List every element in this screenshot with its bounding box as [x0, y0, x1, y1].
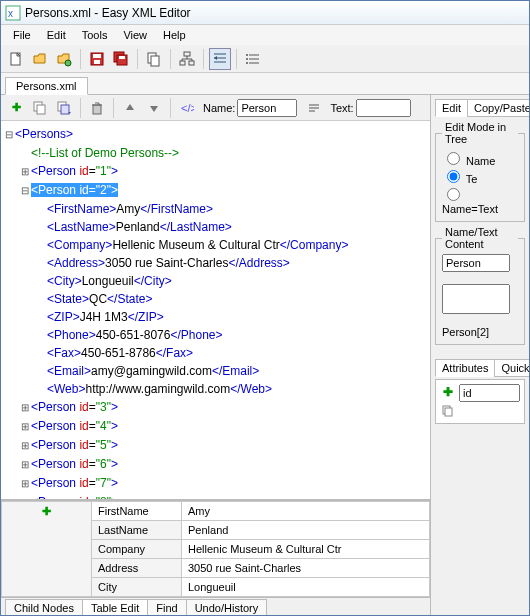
svg-rect-5	[93, 54, 101, 58]
list-button[interactable]	[242, 48, 264, 70]
wrap-node-button[interactable]	[53, 97, 75, 119]
tree-child-node[interactable]: <Company>Hellenic Museum & Cultural Ctr<…	[3, 236, 428, 254]
tree-child-node[interactable]: <Email>amy@gamingwild.com</Email>	[3, 362, 428, 380]
tree-child-node[interactable]: <FirstName>Amy</FirstName>	[3, 200, 428, 218]
nametext-fieldset: Name/Text Content Person[2]	[435, 226, 525, 345]
new-file-button[interactable]	[5, 48, 27, 70]
tree-child-node[interactable]: <ZIP>J4H 1M3</ZIP>	[3, 308, 428, 326]
twisty-icon[interactable]: ⊞	[19, 163, 31, 181]
radio-name[interactable]: Name	[442, 155, 495, 167]
svg-rect-22	[93, 105, 101, 114]
svg-rect-9	[119, 56, 125, 59]
menu-edit[interactable]: Edit	[39, 27, 74, 43]
main-toolbar	[1, 45, 529, 73]
move-down-button[interactable]	[143, 97, 165, 119]
tree-node[interactable]: ⊞<Person id="6">	[3, 455, 428, 474]
svg-point-16	[246, 58, 248, 60]
tree-child-node[interactable]: <Web>http://www.gamingwild.com</Web>	[3, 380, 428, 398]
file-tabs: Persons.xml	[1, 73, 529, 95]
tree-node[interactable]: ⊞<Person id="7">	[3, 474, 428, 493]
name-label: Name:	[203, 102, 235, 114]
file-tab-persons[interactable]: Persons.xml	[5, 77, 88, 95]
tree-child-node[interactable]: <Fax>450-651-8786</Fax>	[3, 344, 428, 362]
tree-node[interactable]: ⊞<Person id="3">	[3, 398, 428, 417]
menubar: File Edit Tools View Help	[1, 25, 529, 45]
text-icon[interactable]	[303, 97, 325, 119]
svg-rect-25	[445, 408, 452, 416]
bottom-panel: ✚ FirstName Amy LastNamePenland CompanyH…	[1, 499, 430, 616]
open-folder-button[interactable]	[53, 48, 75, 70]
radio-te[interactable]: Te	[442, 173, 477, 185]
menu-file[interactable]: File	[5, 27, 39, 43]
copy-node-button[interactable]	[29, 97, 51, 119]
twisty-icon[interactable]: ⊞	[19, 475, 31, 493]
add-row-button[interactable]: ✚	[2, 502, 92, 597]
prop-key[interactable]: FirstName	[92, 502, 182, 521]
tag-icon[interactable]: </>	[176, 97, 198, 119]
side-tab-quick[interactable]: Quick	[494, 359, 529, 377]
twisty-icon[interactable]: ⊞	[19, 456, 31, 474]
tab-undo-history[interactable]: Undo/History	[186, 599, 268, 617]
prop-val[interactable]: Amy	[182, 502, 430, 521]
twisty-icon[interactable]: ⊞	[19, 437, 31, 455]
tree-node[interactable]: ⊞<Person id="4">	[3, 417, 428, 436]
properties-table[interactable]: ✚ FirstName Amy LastNamePenland CompanyH…	[1, 501, 430, 597]
indent-button[interactable]	[209, 48, 231, 70]
text-label: Text:	[330, 102, 353, 114]
svg-text:</>: </>	[181, 102, 194, 114]
twisty-icon[interactable]: ⊟	[3, 126, 15, 144]
tree-child-node[interactable]: <State>QC</State>	[3, 290, 428, 308]
twisty-icon[interactable]: ⊟	[19, 182, 31, 200]
svg-point-15	[246, 54, 248, 56]
svg-point-3	[65, 60, 71, 66]
add-attr-button[interactable]: ✚	[440, 384, 456, 400]
side-text-input[interactable]	[442, 284, 510, 314]
node-path: Person[2]	[442, 326, 489, 338]
bottom-tabs: Child Nodes Table Edit Find Undo/History	[1, 597, 430, 616]
menu-tools[interactable]: Tools	[74, 27, 116, 43]
svg-text:x: x	[8, 8, 13, 19]
side-tab-attributes[interactable]: Attributes	[435, 359, 495, 377]
delete-node-button[interactable]	[86, 97, 108, 119]
svg-rect-19	[37, 105, 45, 114]
move-up-button[interactable]	[119, 97, 141, 119]
titlebar: x Persons.xml - Easy XML Editor	[1, 1, 529, 25]
side-tab-copy[interactable]: Copy/Paste	[467, 99, 529, 117]
svg-rect-12	[184, 52, 190, 56]
name-input[interactable]	[237, 99, 297, 117]
svg-rect-21	[61, 105, 69, 114]
editmode-fieldset: Edit Mode in Tree Name Te Name=Text	[435, 121, 525, 222]
tab-table-edit[interactable]: Table Edit	[82, 599, 148, 617]
tree-child-node[interactable]: <Phone>450-651-8076</Phone>	[3, 326, 428, 344]
twisty-icon[interactable]: ⊞	[19, 418, 31, 436]
menu-help[interactable]: Help	[155, 27, 194, 43]
save-button[interactable]	[86, 48, 108, 70]
svg-rect-11	[151, 56, 159, 66]
copy-attr-button[interactable]	[440, 403, 456, 419]
tree-child-node[interactable]: <LastName>Penland</LastName>	[3, 218, 428, 236]
menu-view[interactable]: View	[115, 27, 155, 43]
twisty-icon[interactable]: ⊞	[19, 399, 31, 417]
window-title: Persons.xml - Easy XML Editor	[25, 6, 191, 20]
copy-button[interactable]	[143, 48, 165, 70]
radio-nametext[interactable]: Name=Text	[442, 191, 498, 215]
tree-child-node[interactable]: <Address>3050 rue Saint-Charles</Address…	[3, 254, 428, 272]
app-icon: x	[5, 5, 21, 21]
svg-point-17	[246, 62, 248, 64]
tree-view-button[interactable]	[176, 48, 198, 70]
svg-rect-13	[180, 61, 185, 65]
selected-node[interactable]: <Person id="2">	[31, 183, 118, 197]
tree-node[interactable]: ⊞<Person id="5">	[3, 436, 428, 455]
add-node-button[interactable]: ✚	[5, 97, 27, 119]
open-file-button[interactable]	[29, 48, 51, 70]
tree-child-node[interactable]: <City>Longueuil</City>	[3, 272, 428, 290]
attr-name-input[interactable]	[459, 384, 520, 402]
side-name-input[interactable]	[442, 254, 510, 272]
svg-rect-6	[94, 60, 100, 64]
tab-child-nodes[interactable]: Child Nodes	[5, 599, 83, 617]
side-tab-edit[interactable]: Edit	[435, 99, 468, 117]
text-input[interactable]	[356, 99, 411, 117]
xml-tree[interactable]: ⊟<Persons> <!--List of Demo Persons--> ⊞…	[1, 121, 430, 499]
tab-find[interactable]: Find	[147, 599, 186, 617]
save-all-button[interactable]	[110, 48, 132, 70]
